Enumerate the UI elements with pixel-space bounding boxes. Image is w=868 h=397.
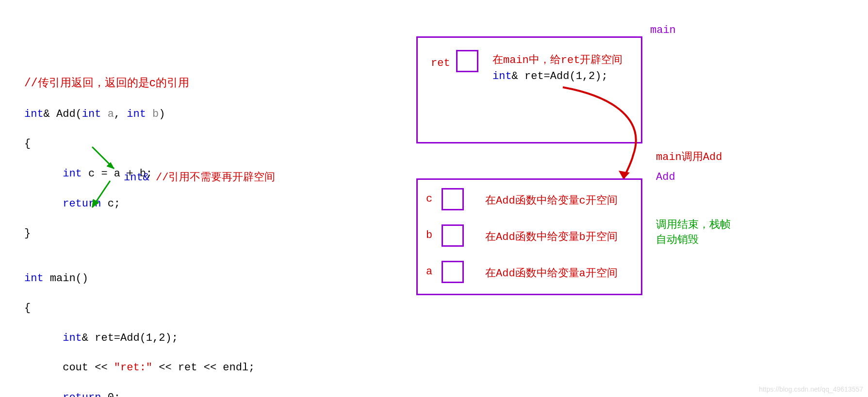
code-line-8: { bbox=[24, 301, 255, 316]
annotation-mid: int& //引用不需要再开辟空间 bbox=[124, 170, 275, 184]
code-block: int& Add(int a, int b) { int c = a + b; … bbox=[24, 92, 255, 397]
a-desc: 在Add函数中给变量a开空间 bbox=[485, 266, 618, 280]
fn-name: Add( bbox=[50, 108, 82, 120]
param-a: a bbox=[101, 108, 114, 120]
c-label: c bbox=[426, 193, 432, 205]
code-line-7: int main() bbox=[24, 271, 255, 286]
indent bbox=[24, 332, 63, 344]
comma: , bbox=[114, 108, 127, 120]
ampersand: & bbox=[82, 332, 88, 344]
annot-comment: //引用不需要再开辟空间 bbox=[149, 172, 276, 184]
c-box bbox=[442, 188, 464, 210]
cout: cout << bbox=[63, 362, 114, 374]
kw-int: int bbox=[63, 168, 82, 180]
code-line-4: return c; bbox=[24, 197, 255, 212]
green-note-line2: 自动销毁 bbox=[656, 233, 731, 248]
close-paren: ) bbox=[159, 108, 165, 120]
main-code-rest: ret=Add(1,2); bbox=[518, 70, 608, 82]
cout-rest: << ret << endl; bbox=[152, 362, 255, 374]
code-line-2: { bbox=[24, 137, 255, 152]
code-line-11: return 0; bbox=[24, 391, 255, 397]
b-box bbox=[442, 224, 464, 247]
code-line-5: } bbox=[24, 226, 255, 241]
svg-marker-3 bbox=[92, 199, 99, 207]
comment-top: //传引用返回，返回的是c的引用 bbox=[24, 75, 189, 90]
kw-int: int bbox=[82, 108, 101, 120]
arrow-main-to-add-icon bbox=[558, 82, 655, 187]
b-label: b bbox=[426, 229, 432, 241]
ret-val: 0; bbox=[101, 392, 120, 397]
main-name: main() bbox=[44, 272, 88, 285]
main-frame-title: main bbox=[650, 24, 676, 36]
string-literal: "ret:" bbox=[114, 362, 152, 374]
add-frame-title: Add bbox=[656, 171, 675, 183]
indent bbox=[24, 168, 63, 180]
indent bbox=[24, 392, 63, 397]
kw-int: int bbox=[127, 108, 146, 120]
kw-return: return bbox=[63, 392, 101, 397]
code-line-1: int& Add(int a, int b) bbox=[24, 107, 255, 122]
code-line-9: int& ret=Add(1,2); bbox=[24, 331, 255, 346]
main-code-line: int& ret=Add(1,2); bbox=[492, 70, 608, 82]
watermark: https://blog.csdn.net/qq_49613557 bbox=[759, 385, 863, 393]
indent bbox=[24, 362, 63, 374]
ampersand: & bbox=[44, 108, 50, 120]
param-b: b bbox=[146, 108, 159, 120]
expr: ret=Add(1,2); bbox=[88, 332, 178, 344]
kw-int: int bbox=[63, 332, 82, 344]
kw-int: int bbox=[24, 272, 44, 285]
a-label: a bbox=[426, 266, 432, 278]
a-box bbox=[442, 261, 464, 283]
arrow-return-to-annot-icon bbox=[87, 144, 131, 183]
arrow-return-to-ret-icon bbox=[83, 178, 117, 217]
green-note: 调用结束，栈帧 自动销毁 bbox=[656, 218, 731, 248]
c-desc: 在Add函数中给变量c开空间 bbox=[485, 193, 618, 207]
call-label: main调用Add bbox=[656, 149, 722, 164]
ret-box bbox=[456, 50, 478, 72]
green-note-line1: 调用结束，栈帧 bbox=[656, 218, 731, 233]
kw-int: int bbox=[24, 108, 44, 120]
ret-desc: 在main中，给ret开辟空间 bbox=[492, 52, 622, 67]
ret-label: ret bbox=[431, 57, 450, 69]
b-desc: 在Add函数中给变量b开空间 bbox=[485, 229, 618, 244]
indent bbox=[24, 198, 63, 210]
kw-int: int bbox=[492, 70, 512, 82]
code-line-10: cout << "ret:" << ret << endl; bbox=[24, 361, 255, 376]
ampersand: & bbox=[512, 70, 518, 82]
